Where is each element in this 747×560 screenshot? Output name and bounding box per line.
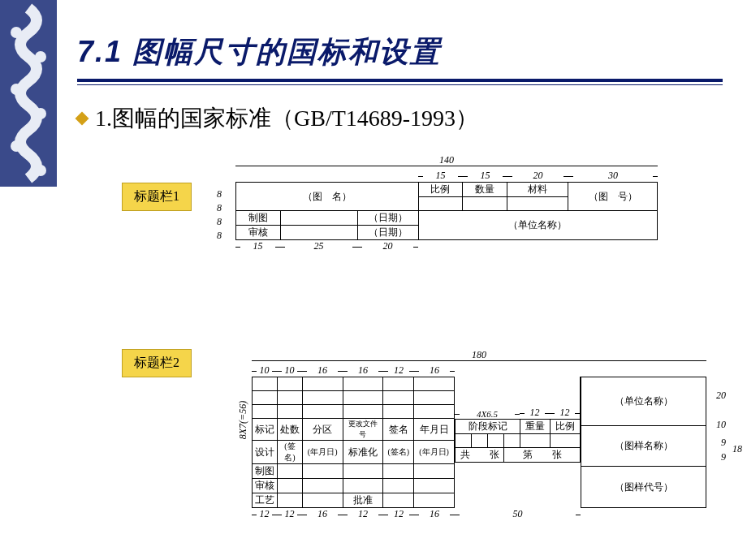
cell-scale-label: 比例 (418, 183, 463, 197)
svg-point-1 (11, 27, 22, 38)
dim-mid-a: 4X6.5 (455, 409, 520, 419)
cell-drawn-by: 制图 (236, 211, 281, 226)
cell-nyr3: (年月日) (414, 441, 455, 464)
cell-date-2: （日期） (357, 226, 418, 240)
svg-point-2 (35, 51, 46, 62)
cell-gongyi: 工艺 (253, 493, 278, 508)
cell-drawing-name: （图 名） (236, 183, 419, 211)
cell-drawing-no: （图 号） (568, 183, 658, 211)
dim-row-h-2: 8 (211, 202, 227, 214)
dim-row-h-3: 8 (211, 216, 227, 228)
dim2-bot-1: 12 (277, 508, 302, 520)
dim-right-h2: 10 (716, 419, 726, 431)
dim-mid-b: 12 (520, 407, 550, 419)
cell-qm3: (签名) (383, 441, 414, 464)
cell-checked-by: 审核 (236, 226, 281, 240)
cell-tuyangdh: （图样代号） (581, 467, 706, 508)
titleblock-2-diagram: 180 10 10 16 16 12 16 8X7(=56) 20 10 9 9… (122, 349, 706, 524)
cell-gengai: 更改文件号 (343, 419, 383, 441)
dim2-bot-4: 12 (383, 508, 414, 520)
cell-gongzhang: 共 张 (456, 448, 504, 463)
dim2-top-3: 16 (343, 364, 383, 377)
cell-danwei2: （单位名称） (581, 377, 706, 426)
cell-tuyangmc: （图样名称） (581, 425, 706, 467)
dim-top-3: 20 (507, 170, 568, 182)
cell-jieduan: 阶段标记 (456, 420, 520, 434)
titleblock-1-diagram: 140 15 15 20 30 8 8 8 8 （图 名） 比例 数量 材料 （… (122, 154, 706, 256)
dim-right-h4: 9 (721, 451, 726, 463)
dim-bot-2: 25 (280, 240, 357, 252)
cell-date-1: （日期） (357, 211, 418, 226)
cell-bzh: 标准化 (343, 441, 383, 464)
cell-dizhang: 第 张 (504, 448, 581, 463)
cell-shenhe2: 审核 (253, 479, 278, 493)
cell-zhongliang: 重量 (520, 420, 551, 434)
dim-right-h3: 9 (721, 437, 726, 449)
dim-bot-3: 20 (357, 240, 418, 252)
dim-row-h-4: 8 (211, 230, 227, 242)
section-title: 7.1 图幅尺寸的国标和设置 (77, 32, 723, 72)
subsection-heading: 1.图幅的国家标准（GB/T14689-1993） (77, 103, 723, 134)
cell-org-name: （单位名称） (418, 211, 657, 240)
dim2-bot-0: 12 (252, 508, 277, 520)
dim-top-1: 15 (418, 170, 463, 182)
dim2-bot-right: 50 (455, 508, 581, 520)
dim-mid-c: 12 (550, 407, 580, 419)
dim2-top-4: 12 (383, 364, 414, 377)
dim-right-htotal: 18 (732, 443, 742, 455)
dim2-bot-3: 12 (343, 508, 383, 520)
dim-left-height: 8X7(=56) (237, 401, 249, 439)
subsection-text: 1.图幅的国家标准（GB/T14689-1993） (95, 103, 478, 134)
title-underline (77, 79, 723, 85)
dim2-bot-5: 16 (414, 508, 455, 520)
cell-qianming: 签名 (383, 419, 414, 441)
cell-material-label: 材料 (507, 183, 568, 197)
cell-qm2: (签名) (277, 441, 302, 464)
dim-top-4: 30 (568, 170, 658, 182)
cell-zhitu2: 制图 (253, 464, 278, 479)
cell-fenqu: 分区 (302, 419, 343, 441)
svg-point-6 (35, 165, 46, 176)
cell-bili2: 比例 (551, 420, 581, 434)
cell-pizhun: 批准 (343, 493, 383, 508)
dim-total-width-1: 140 (439, 154, 454, 166)
cell-qty-label: 数量 (463, 183, 507, 197)
svg-point-3 (11, 84, 22, 95)
dim-right-h1: 20 (716, 390, 726, 402)
dim-top-2: 15 (463, 170, 507, 182)
dim2-top-5: 16 (414, 364, 455, 377)
cell-nyr2: (年月日) (302, 441, 343, 464)
dim2-top-0: 10 (252, 364, 277, 377)
dim-bot-1: 15 (235, 240, 280, 252)
cell-chushu: 处数 (277, 419, 302, 441)
dim2-top-1: 10 (277, 364, 302, 377)
dim2-top-2: 16 (302, 364, 343, 377)
cell-biaoji: 标记 (253, 419, 278, 441)
cell-nyr: 年月日 (414, 419, 455, 441)
svg-point-5 (11, 140, 22, 152)
bullet-diamond-icon (76, 112, 89, 126)
dim-row-h-1: 8 (211, 188, 227, 200)
svg-point-4 (35, 108, 46, 119)
dim2-bot-2: 16 (302, 508, 343, 520)
dim-total-width-2: 180 (472, 349, 486, 360)
slide-decoration-strip (0, 0, 57, 187)
cell-sheji: 设计 (253, 441, 278, 464)
